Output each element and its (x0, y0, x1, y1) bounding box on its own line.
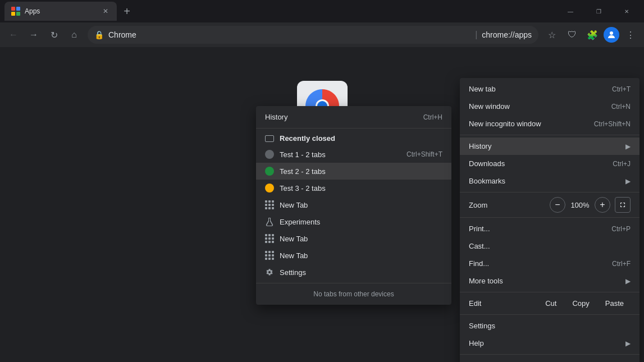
toolbar: ← → ↻ ⌂ 🔒 Chrome | chrome://apps ☆ 🛡 🧩 ⋮ (0, 22, 644, 47)
address-separator: | (475, 30, 477, 40)
history-arrow-icon: ▶ (625, 143, 631, 150)
more-tools-label: More tools (469, 277, 503, 285)
history-item-settings[interactable]: Settings (256, 264, 451, 281)
downloads-shortcut: Ctrl+J (613, 160, 631, 168)
new-incognito-label: New incognito window (469, 120, 541, 128)
menu-divider-4 (460, 292, 640, 292)
no-tabs-text: No tabs from other devices (256, 286, 451, 303)
cast-label: Cast... (469, 242, 490, 250)
history-item-newtab3[interactable]: New Tab (256, 247, 451, 264)
window-icon (265, 135, 274, 142)
profile-button[interactable] (604, 27, 619, 43)
menu-exit[interactable]: Exit (460, 357, 640, 362)
new-tab-shortcut: Ctrl+T (612, 85, 631, 93)
menu-settings[interactable]: Settings (460, 317, 640, 334)
bookmark-button[interactable]: ☆ (543, 26, 561, 44)
new-incognito-shortcut: Ctrl+Shift+N (594, 120, 631, 128)
tab-favicon (11, 7, 20, 16)
history-submenu: History Ctrl+H Recently closed Test 1 - … (256, 106, 451, 305)
downloads-label: Downloads (469, 159, 505, 168)
help-arrow-icon: ▶ (625, 340, 631, 347)
reload-button[interactable]: ↻ (45, 26, 63, 44)
window-controls: — ❐ ✕ (558, 3, 640, 20)
menu-find[interactable]: Find... Ctrl+F (460, 255, 640, 272)
zoom-label: Zoom (469, 201, 545, 209)
forward-button[interactable]: → (25, 26, 43, 44)
print-shortcut: Ctrl+P (611, 225, 631, 233)
menu-divider-2 (460, 192, 640, 193)
history-title: History (265, 113, 287, 121)
experiments-label: Experiments (280, 218, 320, 226)
more-tools-arrow-icon: ▶ (625, 277, 631, 285)
newtab1-icon (265, 200, 274, 209)
new-tab-label: New tab (469, 85, 496, 93)
home-button[interactable]: ⌂ (65, 26, 83, 44)
test3-label: Test 3 - 2 tabs (280, 184, 326, 193)
menu-edit-row: Edit Cut Copy Paste (460, 295, 640, 312)
menu-divider-1 (460, 135, 640, 135)
history-item-newtab1[interactable]: New Tab (256, 196, 451, 213)
history-item-test3[interactable]: Test 3 - 2 tabs (256, 180, 451, 196)
address-url: chrome://apps (482, 30, 532, 39)
main-context-menu: New tab Ctrl+T New window Ctrl+N New inc… (460, 78, 640, 362)
back-button[interactable]: ← (4, 26, 22, 44)
new-tab-button[interactable]: + (119, 3, 135, 19)
history-label: History (469, 142, 491, 150)
test1-label: Test 1 - 2 tabs (280, 150, 326, 159)
browser-name: Chrome (108, 30, 471, 39)
experiments-icon (265, 217, 274, 226)
menu-cast[interactable]: Cast... (460, 237, 640, 255)
menu-help[interactable]: Help ▶ (460, 334, 640, 352)
bookmarks-arrow-icon: ▶ (625, 177, 631, 185)
test2-label: Test 2 - 2 tabs (280, 167, 326, 176)
settings-menu-label: Settings (469, 322, 495, 330)
newtab2-icon (265, 234, 274, 243)
print-label: Print... (469, 224, 490, 233)
zoom-minus-button[interactable]: − (550, 197, 565, 213)
active-tab[interactable]: Apps ✕ (4, 2, 117, 21)
security-icon: 🔒 (94, 30, 104, 39)
newtab3-label: New Tab (280, 251, 308, 260)
history-item-experiments[interactable]: Experiments (256, 213, 451, 230)
test3-icon (265, 184, 274, 193)
minimize-button[interactable]: — (558, 3, 583, 20)
menu-history[interactable]: History ▶ (460, 138, 640, 155)
extensions-button[interactable]: 🧩 (583, 26, 601, 44)
menu-divider-5 (460, 314, 640, 315)
history-item-newtab2[interactable]: New Tab (256, 230, 451, 247)
history-item-test1[interactable]: Test 1 - 2 tabs Ctrl+Shift+T (256, 146, 451, 163)
menu-zoom-row: Zoom − 100% + (460, 195, 640, 215)
history-item-test2[interactable]: Test 2 - 2 tabs (256, 163, 451, 180)
shield-button[interactable]: 🛡 (563, 26, 581, 44)
history-header[interactable]: History Ctrl+H (256, 108, 451, 126)
copy-button[interactable]: Copy (565, 297, 596, 310)
cut-button[interactable]: Cut (538, 297, 563, 310)
menu-bookmarks[interactable]: Bookmarks ▶ (460, 172, 640, 190)
menu-button[interactable]: ⋮ (622, 26, 640, 44)
find-shortcut: Ctrl+F (612, 260, 631, 268)
new-window-shortcut: Ctrl+N (611, 103, 631, 111)
recently-closed-label: Recently closed (256, 131, 451, 146)
menu-downloads[interactable]: Downloads Ctrl+J (460, 155, 640, 172)
address-bar[interactable]: 🔒 Chrome | chrome://apps (88, 26, 538, 44)
settings-label: Settings (280, 268, 306, 277)
tab-close-button[interactable]: ✕ (101, 7, 110, 16)
zoom-plus-button[interactable]: + (595, 197, 610, 213)
tab-area: Apps ✕ + (4, 2, 553, 21)
menu-new-tab[interactable]: New tab Ctrl+T (460, 80, 640, 98)
paste-button[interactable]: Paste (599, 297, 631, 310)
svg-point-0 (610, 31, 613, 35)
menu-more-tools[interactable]: More tools ▶ (460, 272, 640, 290)
zoom-fullscreen-button[interactable] (615, 197, 631, 213)
edit-label: Edit (469, 299, 536, 308)
tab-title: Apps (25, 7, 97, 15)
title-bar: Apps ✕ + — ❐ ✕ (0, 0, 644, 22)
history-divider-bottom (256, 283, 451, 283)
close-button[interactable]: ✕ (614, 3, 640, 20)
restore-button[interactable]: ❐ (586, 3, 611, 20)
menu-new-window[interactable]: New window Ctrl+N (460, 98, 640, 115)
menu-print[interactable]: Print... Ctrl+P (460, 220, 640, 237)
help-label: Help (469, 339, 484, 347)
test1-shortcut: Ctrl+Shift+T (407, 150, 442, 158)
menu-new-incognito[interactable]: New incognito window Ctrl+Shift+N (460, 115, 640, 132)
